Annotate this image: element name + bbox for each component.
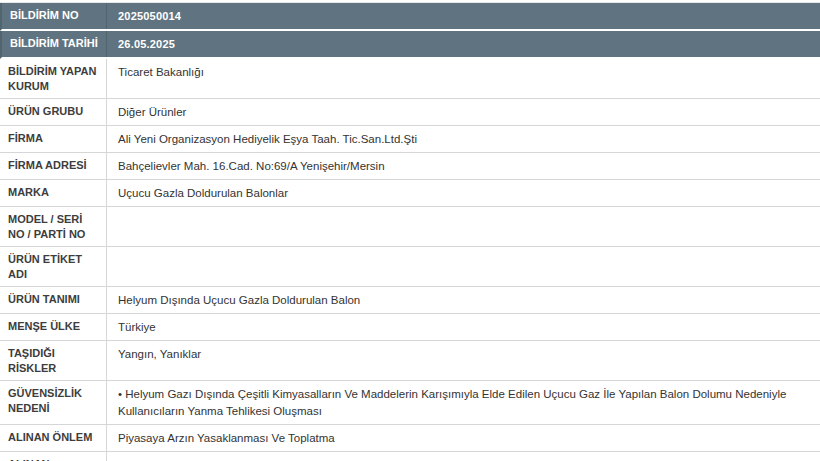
row-label: ÜRÜN ETİKET ADI	[0, 247, 107, 286]
row-label: GÜVENSİZLİK NEDENİ	[0, 381, 107, 424]
row-mense-ulke: MENŞE ÜLKE Türkiye	[0, 314, 820, 341]
row-value: Türkiye	[107, 314, 820, 340]
row-value: 23.05.2025	[107, 452, 820, 461]
row-label: ÜRÜN GRUBU	[0, 99, 107, 125]
row-label: ALINAN ÖNLEM	[0, 425, 107, 451]
row-value: 2025050014	[107, 3, 820, 29]
row-value: Diğer Ürünler	[107, 99, 820, 125]
row-label: BİLDİRİM YAPAN KURUM	[0, 59, 107, 98]
row-value	[107, 247, 820, 286]
row-value	[107, 207, 820, 246]
row-urun-etiket-adi: ÜRÜN ETİKET ADI	[0, 247, 820, 287]
row-label: MARKA	[0, 180, 107, 206]
row-bildirim-no: BİLDİRİM NO 2025050014	[0, 3, 820, 31]
row-urun-tanimi: ÜRÜN TANIMI Helyum Dışında Uçucu Gazla D…	[0, 287, 820, 314]
row-bildirim-tarihi: BİLDİRİM TARİHİ 26.05.2025	[0, 31, 820, 59]
row-label: BİLDİRİM TARİHİ	[2, 31, 107, 57]
row-label: BİLDİRİM NO	[2, 3, 107, 29]
row-label: TAŞIDIĞI RİSKLER	[0, 341, 107, 380]
row-firma: FİRMA Ali Yeni Organizasyon Hediyelik Eş…	[0, 126, 820, 153]
row-alinan-onlem: ALINAN ÖNLEM Piyasaya Arzın Yasaklanması…	[0, 425, 820, 452]
row-value: Ali Yeni Organizasyon Hediyelik Eşya Taa…	[107, 126, 820, 152]
row-label: MENŞE ÜLKE	[0, 314, 107, 340]
row-value: 26.05.2025	[107, 31, 820, 57]
row-value: Uçucu Gazla Doldurulan Balonlar	[107, 180, 820, 206]
row-value: Ticaret Bakanlığı	[107, 59, 820, 98]
row-firma-adresi: FİRMA ADRESİ Bahçelievler Mah. 16.Cad. N…	[0, 153, 820, 180]
row-label: ALINAN ÖNLEMİN TARİHİ	[0, 452, 107, 461]
row-value: Bahçelievler Mah. 16.Cad. No:69/A Yenişe…	[107, 153, 820, 179]
row-marka: MARKA Uçucu Gazla Doldurulan Balonlar	[0, 180, 820, 207]
row-label: ÜRÜN TANIMI	[0, 287, 107, 313]
row-value: • Helyum Gazı Dışında Çeşitli Kimyasalla…	[107, 381, 820, 424]
row-model-seri-no-parti-no: MODEL / SERİ NO / PARTİ NO	[0, 207, 820, 247]
row-value: Helyum Dışında Uçucu Gazla Doldurulan Ba…	[107, 287, 820, 313]
row-alinan-onlemin-tarihi: ALINAN ÖNLEMİN TARİHİ 23.05.2025	[0, 452, 820, 461]
row-tasidigi-riskler: TAŞIDIĞI RİSKLER Yangın, Yanıklar	[0, 341, 820, 381]
row-value: Piyasaya Arzın Yasaklanması Ve Toplatma	[107, 425, 820, 451]
row-urun-grubu: ÜRÜN GRUBU Diğer Ürünler	[0, 99, 820, 126]
row-label: MODEL / SERİ NO / PARTİ NO	[0, 207, 107, 246]
row-bildirim-yapan-kurum: BİLDİRİM YAPAN KURUM Ticaret Bakanlığı	[0, 59, 820, 99]
row-guvensizlik-nedeni: GÜVENSİZLİK NEDENİ • Helyum Gazı Dışında…	[0, 381, 820, 425]
row-label: FİRMA ADRESİ	[0, 153, 107, 179]
notification-detail-table: BİLDİRİM NO 2025050014 BİLDİRİM TARİHİ 2…	[0, 2, 820, 461]
row-value: Yangın, Yanıklar	[107, 341, 820, 380]
row-label: FİRMA	[0, 126, 107, 152]
